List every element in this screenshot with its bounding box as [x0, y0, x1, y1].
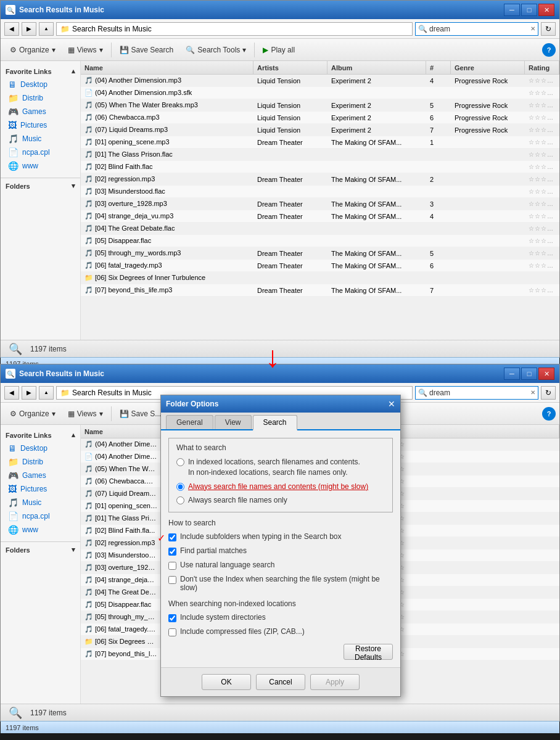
bottom-organize-button[interactable]: ⚙ Organize ▾ [4, 405, 61, 422]
play-all-button[interactable]: ▶ Play all [257, 41, 300, 59]
file-row[interactable]: 📄 (04) Another Dimension.mp3.sfk ☆☆☆☆☆ [81, 87, 559, 99]
checkbox-dont-use-index[interactable]: Don't use the Index when searching the f… [168, 574, 393, 593]
ok-button[interactable]: OK [202, 674, 251, 690]
file-row[interactable]: 🎵 [04] strange_deja_vu.mp3 Dream Theater… [81, 210, 559, 223]
restore-defaults-button[interactable]: Restore Defaults [344, 644, 393, 660]
search-tools-button[interactable]: 🔍 Search Tools ▾ [180, 41, 252, 59]
cancel-button[interactable]: Cancel [256, 674, 305, 690]
sidebar-item-www[interactable]: 🌐 www [1, 159, 80, 173]
organize-button[interactable]: ⚙ Organize ▾ [4, 41, 61, 59]
sidebar-item-ncpa[interactable]: 📄 ncpa.cpl [1, 146, 80, 159]
col-num-header[interactable]: # [426, 61, 451, 74]
include-subfolders-input[interactable] [168, 533, 176, 541]
radio-always-contents-input[interactable] [176, 483, 184, 491]
sidebar-item-music[interactable]: 🎵 Music [1, 132, 80, 146]
checkbox-include-compressed[interactable]: Include compressed files (ZIP, CAB...) [168, 626, 393, 638]
bottom-views-button[interactable]: ▦ Views ▾ [62, 405, 109, 422]
include-compressed-input[interactable] [168, 628, 176, 636]
radio-always-names-input[interactable] [176, 496, 184, 504]
sidebar-item-desktop[interactable]: 🖥 Desktop [1, 78, 80, 91]
bottom-sidebar-music[interactable]: 🎵 Music [1, 496, 80, 509]
file-row[interactable]: 🎵 [03] Misunderstood.flac ☆☆☆☆☆ [81, 186, 559, 198]
checkbox-find-partial[interactable]: Find partial matches [168, 545, 393, 557]
bottom-sidebar-desktop[interactable]: 🖥 Desktop [1, 442, 80, 455]
file-row[interactable]: 🎵 [05] Disappear.flac ☆☆☆☆☆ [81, 235, 559, 247]
bottom-maximize-button[interactable]: □ [521, 368, 537, 380]
top-maximize-button[interactable]: □ [521, 4, 537, 16]
bottom-favorite-links-header[interactable]: Favorite Links ▴ [1, 430, 80, 442]
help-button[interactable]: ? [542, 43, 556, 57]
folders-header[interactable]: Folders ▾ [1, 181, 80, 192]
bottom-help-button[interactable]: ? [542, 407, 556, 421]
checkbox-include-system[interactable]: Include system directories [168, 612, 393, 623]
bottom-sidebar-games[interactable]: 🎮 Games [1, 469, 80, 482]
forward-button[interactable]: ▶ [22, 22, 36, 36]
search-clear-button[interactable]: ✕ [530, 25, 535, 32]
top-file-list-body[interactable]: 🎵 (04) Another Dimension.mp3 Liquid Tens… [81, 75, 559, 340]
radio-always-names[interactable]: Always search file names only [176, 494, 385, 507]
file-row[interactable]: 🎵 (07) Liquid Dreams.mp3 Liquid Tension … [81, 124, 559, 136]
file-row[interactable]: 🎵 [02] regression.mp3 Dream Theater The … [81, 173, 559, 186]
bottom-back-button[interactable]: ◀ [4, 386, 19, 400]
bottom-sidebar-pictures[interactable]: 🖼 Pictures [1, 482, 80, 496]
file-row[interactable]: 🎵 [01] opening_scene.mp3 Dream Theater T… [81, 136, 559, 149]
search-input[interactable] [429, 25, 529, 33]
bottom-up-button[interactable]: ▲ [39, 386, 54, 400]
col-genre-header[interactable]: Genre [451, 61, 525, 74]
file-row[interactable]: 🎵 [05] through_my_words.mp3 Dream Theate… [81, 247, 559, 260]
bottom-search-clear-button[interactable]: ✕ [530, 389, 535, 396]
checkbox-include-subfolders[interactable]: Include subfolders when typing in the Se… [168, 531, 393, 543]
radio-indexed-input[interactable] [176, 458, 184, 466]
radio-indexed-locations[interactable]: In indexed locations, search filenames a… [176, 456, 385, 479]
col-album-header[interactable]: Album [327, 61, 426, 74]
back-button[interactable]: ◀ [4, 22, 19, 36]
bottom-folders-header[interactable]: Folders ▾ [1, 545, 80, 556]
search-box[interactable]: 🔍 ✕ [415, 22, 538, 36]
tab-general[interactable]: General [166, 415, 213, 429]
favorite-links-header[interactable]: Favorite Links ▴ [1, 66, 80, 78]
tab-search[interactable]: Search [253, 415, 297, 430]
include-system-input[interactable] [168, 614, 176, 622]
bottom-col-name-header[interactable]: Name [81, 425, 161, 438]
views-button[interactable]: ▦ Views ▾ [62, 41, 109, 59]
tab-view[interactable]: View [215, 415, 252, 429]
file-row[interactable]: 🎵 (06) Chewbacca.mp3 Liquid Tension Expe… [81, 112, 559, 124]
bottom-minimize-button[interactable]: ─ [504, 368, 520, 380]
dialog-close-button[interactable]: ✕ [388, 399, 395, 409]
file-row[interactable]: 🎵 [03] overture_1928.mp3 Dream Theater T… [81, 198, 559, 210]
sidebar-item-games[interactable]: 🎮 Games [1, 105, 80, 118]
bottom-search-input[interactable] [429, 388, 529, 397]
bottom-save-search-button[interactable]: 💾 Save S... [114, 405, 167, 422]
save-search-button[interactable]: 💾 Save Search [114, 41, 179, 59]
sidebar-item-distrib[interactable]: 📁 Distrib [1, 91, 80, 105]
file-row[interactable]: 🎵 [04] The Great Debate.flac ☆☆☆☆☆ [81, 223, 559, 235]
file-row[interactable]: 📁 [06] Six Degrees of Inner Turbulence [81, 272, 559, 284]
radio-always-contents[interactable]: Always search file names and contents (m… [176, 480, 385, 493]
address-input[interactable]: 📁 Search Results in Music [56, 22, 413, 36]
up-button[interactable]: ▲ [39, 22, 54, 36]
natural-language-input[interactable] [168, 562, 176, 570]
bottom-sidebar-ncpa[interactable]: 📄 ncpa.cpl [1, 509, 80, 523]
file-row[interactable]: 🎵 (04) Another Dimension.mp3 Liquid Tens… [81, 75, 559, 87]
bottom-forward-button[interactable]: ▶ [22, 386, 36, 400]
apply-button[interactable]: Apply [310, 674, 360, 690]
sidebar-item-pictures[interactable]: 🖼 Pictures [1, 118, 80, 132]
bottom-sidebar-www[interactable]: 🌐 www [1, 523, 80, 536]
dont-use-index-input[interactable] [168, 576, 176, 584]
refresh-button[interactable]: ↻ [541, 22, 556, 36]
bottom-refresh-button[interactable]: ↻ [541, 386, 556, 400]
find-partial-input[interactable] [168, 548, 176, 556]
file-row[interactable]: 🎵 [07] beyond_this_life.mp3 Dream Theate… [81, 284, 559, 297]
top-minimize-button[interactable]: ─ [504, 4, 520, 16]
col-rating-header[interactable]: Rating [525, 61, 559, 74]
bottom-search-box[interactable]: 🔍 ✕ [415, 386, 538, 400]
file-row[interactable]: 🎵 [06] fatal_tragedy.mp3 Dream Theater T… [81, 260, 559, 272]
top-close-button[interactable]: ✕ [538, 4, 554, 16]
col-name-header[interactable]: Name [81, 61, 253, 74]
file-row[interactable]: 🎵 (05) When The Water Breaks.mp3 Liquid … [81, 99, 559, 112]
col-artist-header[interactable]: Artists [253, 61, 327, 74]
file-row[interactable]: 🎵 [01] The Glass Prison.flac ☆☆☆☆☆ [81, 149, 559, 161]
file-row[interactable]: 🎵 [02] Blind Faith.flac ☆☆☆☆☆ [81, 161, 559, 173]
bottom-close-button[interactable]: ✕ [538, 368, 554, 380]
checkbox-natural-language[interactable]: Use natural language search [168, 559, 393, 571]
